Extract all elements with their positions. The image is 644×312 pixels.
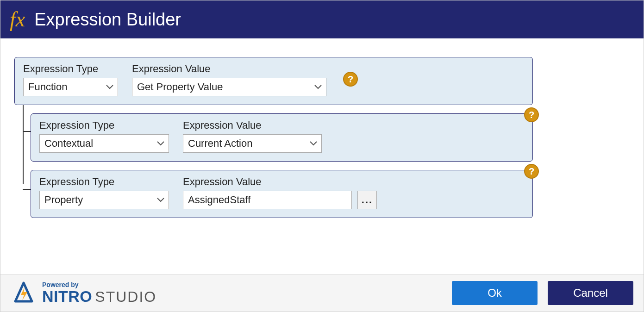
help-icon[interactable]: ?: [524, 107, 539, 122]
brand-logo: Powered by NITRO STUDIO: [11, 281, 156, 305]
dialog-header: fx Expression Builder: [0, 0, 644, 38]
ok-button[interactable]: Ok: [452, 281, 538, 305]
select-expression-type[interactable]: Property: [39, 191, 169, 209]
dialog-content: Expression Type Function Expression Valu…: [0, 38, 644, 274]
expression-panel-child: ? Expression Type Property Expression Va…: [31, 170, 533, 218]
nitro-bolt-icon: [11, 281, 37, 305]
field-expression-value: Expression Value ...: [183, 176, 377, 209]
expression-panel-child: ? Expression Type Contextual Expression …: [31, 113, 533, 162]
select-expression-value[interactable]: Current Action: [183, 134, 322, 153]
brand-studio-label: STUDIO: [95, 289, 156, 305]
cancel-button[interactable]: Cancel: [548, 281, 633, 305]
ellipsis-icon: ...: [362, 194, 373, 206]
label-expression-type: Expression Type: [39, 119, 169, 131]
help-icon[interactable]: ?: [524, 164, 539, 179]
field-expression-type: Expression Type Contextual: [39, 119, 169, 153]
field-expression-type: Expression Type Function: [23, 63, 118, 96]
select-expression-type[interactable]: Contextual: [39, 134, 169, 153]
select-expression-type[interactable]: Function: [23, 78, 118, 96]
help-icon[interactable]: ?: [343, 72, 358, 87]
dialog-title: Expression Builder: [34, 10, 181, 30]
brand-nitro-label: NITRO: [42, 288, 92, 305]
tree-connector: [23, 131, 31, 132]
tree-connector: [23, 92, 24, 184]
field-expression-value: Expression Value Get Property Value: [132, 63, 326, 96]
select-expression-value[interactable]: Get Property Value: [132, 78, 326, 96]
label-expression-value: Expression Value: [183, 176, 377, 188]
expression-panel-root: Expression Type Function Expression Valu…: [14, 57, 533, 105]
more-button[interactable]: ...: [357, 191, 377, 209]
field-expression-value: Expression Value Current Action: [183, 119, 322, 153]
label-expression-value: Expression Value: [132, 63, 326, 75]
label-expression-type: Expression Type: [23, 63, 118, 75]
label-expression-type: Expression Type: [39, 176, 169, 188]
fx-icon: fx: [10, 9, 25, 30]
dialog-footer: Powered by NITRO STUDIO Ok Cancel: [0, 274, 644, 312]
label-expression-value: Expression Value: [183, 119, 322, 131]
tree-connector: [23, 189, 31, 190]
input-expression-value[interactable]: [183, 191, 352, 209]
field-expression-type: Expression Type Property: [39, 176, 169, 209]
